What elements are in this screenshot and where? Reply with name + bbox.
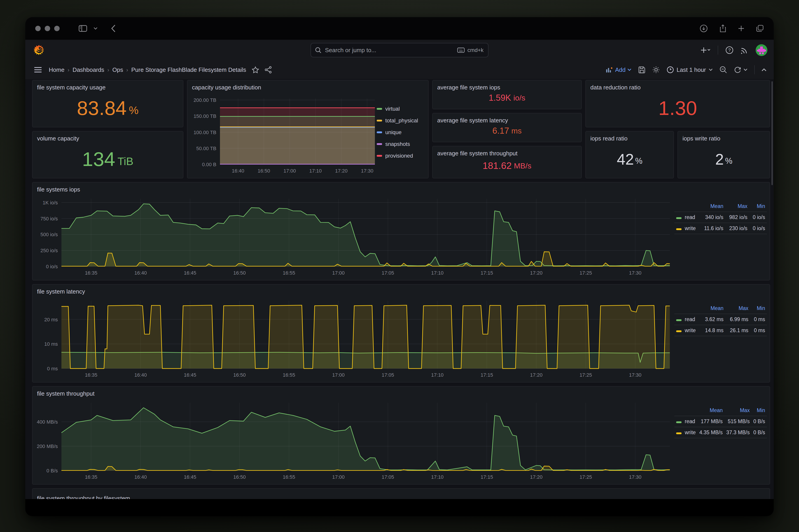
- legend-item[interactable]: total_physical: [377, 117, 425, 124]
- svg-text:16:40: 16:40: [134, 372, 147, 378]
- capacity-distribution-chart[interactable]: 0.00 B50.00 TB100.00 TB150.00 TB200.00 T…: [190, 93, 377, 176]
- svg-text:50.00 TB: 50.00 TB: [196, 146, 216, 151]
- dashboard-settings-gear-icon[interactable]: [652, 66, 660, 74]
- news-rss-icon[interactable]: [741, 46, 748, 54]
- back-button-icon[interactable]: [111, 25, 116, 32]
- user-avatar[interactable]: [756, 44, 767, 56]
- legend-table: MeanMaxMinread177 MB/s515 MB/s0 B/swrite…: [674, 406, 767, 438]
- panel-average-throughput[interactable]: average file system throughput 181.62MB/…: [432, 146, 582, 178]
- panel-title[interactable]: file system throughput: [33, 386, 769, 397]
- svg-text:17:10: 17:10: [309, 168, 322, 174]
- panel-title[interactable]: data reduction ratio: [586, 80, 769, 91]
- legend-col-header[interactable]: Max: [725, 202, 749, 212]
- panel-file-system-latency[interactable]: file system latency 0 ms10 ms20 ms16:351…: [32, 284, 770, 382]
- sidebar-chevron-down-icon[interactable]: [94, 27, 98, 30]
- legend-table: MeanMaxMinread340 io/s982 io/s0 io/swrit…: [674, 202, 767, 234]
- legend-col-header[interactable]: Max: [725, 304, 750, 314]
- dashboard-content: file system capacity usage 83.84% volume…: [25, 79, 774, 516]
- svg-text:0 B/s: 0 B/s: [46, 468, 58, 474]
- panel-volume-capacity[interactable]: volume capacity 134TiB: [32, 131, 183, 178]
- breadcrumb-item[interactable]: Dashboards: [73, 66, 104, 73]
- svg-text:150.00 TB: 150.00 TB: [193, 113, 216, 119]
- legend-row[interactable]: write4.35 MB/s37.3 MB/s0 B/s: [674, 427, 767, 438]
- share-dashboard-icon[interactable]: [265, 66, 272, 73]
- legend-row[interactable]: read340 io/s982 io/s0 io/s: [674, 212, 767, 223]
- new-dashboard-plus-icon[interactable]: [701, 47, 710, 53]
- refresh-dashboard-icon[interactable]: [734, 66, 747, 73]
- svg-text:17:15: 17:15: [480, 270, 493, 276]
- svg-text:17:15: 17:15: [480, 372, 493, 378]
- tabs-overview-icon[interactable]: [756, 25, 764, 32]
- svg-text:16:50: 16:50: [233, 270, 246, 276]
- panel-data-reduction[interactable]: data reduction ratio 1.30: [585, 80, 770, 127]
- close-window-button[interactable]: [35, 26, 41, 31]
- panel-capacity-distribution[interactable]: capacity usage distribution 0.00 B50.00 …: [187, 80, 429, 178]
- sidebar-toggle-icon[interactable]: [79, 25, 87, 32]
- legend-col-header[interactable]: Min: [749, 202, 767, 212]
- legend-col-header[interactable]: Min: [750, 304, 767, 314]
- legend-item[interactable]: provisioned: [377, 153, 425, 159]
- capacity-distribution-legend: virtualtotal_physicaluniquesnapshotsprov…: [377, 93, 425, 176]
- save-dashboard-icon[interactable]: [638, 66, 645, 73]
- svg-text:16:50: 16:50: [233, 474, 246, 480]
- panel-iops-write-ratio[interactable]: iops write ratio 2%: [678, 131, 770, 178]
- legend-item[interactable]: unique: [377, 129, 425, 135]
- legend-row[interactable]: write14.8 ms26.1 ms0 ms: [674, 325, 767, 336]
- download-icon[interactable]: [700, 24, 708, 33]
- series-color-chip: [676, 432, 682, 434]
- help-icon[interactable]: ?: [725, 46, 734, 54]
- grafana-logo-icon[interactable]: [34, 44, 45, 56]
- panel-title[interactable]: average file system throughput: [433, 146, 581, 157]
- panel-capacity-usage[interactable]: file system capacity usage 83.84%: [32, 80, 183, 127]
- mega-menu-icon[interactable]: [34, 67, 41, 73]
- legend-col-header[interactable]: Mean: [698, 406, 725, 416]
- add-panel-label: Add: [615, 66, 626, 73]
- legend-item[interactable]: virtual: [377, 106, 425, 112]
- legend-row[interactable]: read177 MB/s515 MB/s0 B/s: [674, 416, 767, 427]
- legend-row[interactable]: write11.6 io/s230 io/s0 io/s: [674, 223, 767, 234]
- collapse-toolbar-chevron-icon[interactable]: [762, 68, 766, 71]
- panel-title[interactable]: file system latency: [33, 285, 769, 295]
- svg-text:16:35: 16:35: [85, 270, 97, 276]
- series-color-chip: [377, 131, 382, 133]
- panel-file-system-throughput[interactable]: file system throughput 0 B/s200 MB/s400 …: [32, 386, 770, 484]
- svg-text:17:10: 17:10: [431, 270, 443, 276]
- svg-text:500 io/s: 500 io/s: [40, 232, 58, 237]
- file-systems-iops-chart[interactable]: 0 io/s250 io/s500 io/s750 io/s1K io/s16:…: [35, 195, 674, 278]
- svg-text:0 ms: 0 ms: [47, 366, 58, 372]
- legend-col-header[interactable]: Mean: [700, 202, 725, 212]
- file-system-throughput-chart[interactable]: 0 B/s200 MB/s400 MB/s16:3516:4016:4516:5…: [35, 399, 674, 482]
- panel-iops-read-ratio[interactable]: iops read ratio 42%: [585, 131, 674, 178]
- search-input[interactable]: Search or jump to... cmd+k: [310, 43, 489, 57]
- minimize-window-button[interactable]: [45, 26, 50, 31]
- panel-title[interactable]: iops read ratio: [586, 131, 673, 142]
- legend-col-header[interactable]: Mean: [701, 304, 725, 314]
- panel-title[interactable]: volume capacity: [33, 131, 183, 142]
- time-range-picker[interactable]: Last 1 hour: [667, 66, 713, 73]
- legend-col-header[interactable]: Min: [752, 406, 767, 416]
- keyboard-icon: [457, 48, 465, 53]
- panel-file-systems-iops[interactable]: file systems iops 0 io/s250 io/s500 io/s…: [32, 182, 770, 281]
- svg-text:16:55: 16:55: [283, 372, 295, 378]
- panel-title[interactable]: file system capacity usage: [33, 80, 183, 91]
- legend-col-header[interactable]: Max: [724, 406, 752, 416]
- zoom-out-time-icon[interactable]: [720, 66, 727, 74]
- share-icon[interactable]: [720, 24, 726, 33]
- add-panel-button[interactable]: Add: [606, 66, 631, 73]
- panel-average-iops[interactable]: average file system iops 1.59Kio/s: [432, 80, 582, 109]
- breadcrumb-item[interactable]: Pure Storage FlashBlade Filesystem Detai…: [131, 66, 246, 73]
- legend-item[interactable]: snapshots: [377, 141, 425, 147]
- panel-title[interactable]: capacity usage distribution: [187, 80, 428, 91]
- page-scrollbar[interactable]: [772, 81, 773, 185]
- favorite-star-icon[interactable]: [252, 66, 259, 73]
- panel-average-latency[interactable]: average file system latency 6.17ms: [432, 113, 582, 142]
- new-tab-icon[interactable]: [738, 25, 744, 32]
- file-system-latency-chart[interactable]: 0 ms10 ms20 ms16:3516:4016:4516:5016:551…: [35, 297, 674, 380]
- legend-row[interactable]: read3.62 ms6.99 ms0 ms: [674, 314, 767, 325]
- panel-title[interactable]: iops write ratio: [678, 131, 769, 142]
- svg-text:16:55: 16:55: [283, 270, 295, 276]
- breadcrumb-item[interactable]: Home: [49, 66, 64, 73]
- zoom-window-button[interactable]: [54, 26, 60, 31]
- panel-title[interactable]: file systems iops: [33, 183, 769, 193]
- breadcrumb-item[interactable]: Ops: [112, 66, 123, 73]
